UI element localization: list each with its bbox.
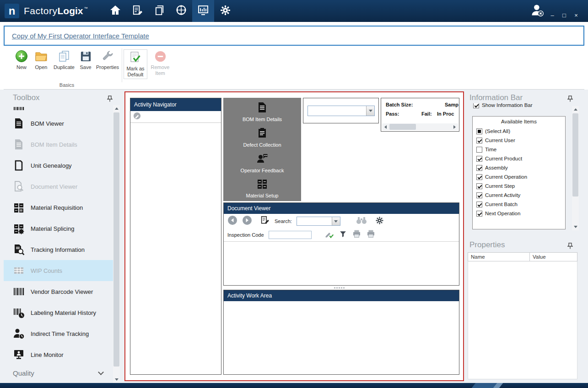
show-information-bar-row[interactable]: Show Information Bar	[472, 103, 566, 110]
current-batch-checkbox[interactable]	[476, 202, 482, 207]
dispatch-button[interactable]	[170, 0, 192, 22]
batches-button[interactable]	[148, 0, 170, 22]
activity-work-area-body[interactable]	[224, 301, 459, 374]
scroll-down-button[interactable]	[113, 376, 120, 383]
edit-icon[interactable]	[133, 112, 141, 122]
information-bar-scrollbar[interactable]	[572, 106, 579, 230]
scrollbar-thumb[interactable]	[389, 124, 416, 130]
batch-summary-panel[interactable]: Batch Size: Samp Pass: Fail: In Proc	[381, 98, 459, 132]
new-button[interactable]: New	[12, 49, 31, 70]
print-preview-icon[interactable]	[366, 229, 376, 240]
palette-item-material-setup[interactable]: Material Setup	[223, 178, 301, 198]
close-button[interactable]: ×	[571, 11, 581, 19]
show-information-bar-checkbox[interactable]	[473, 103, 479, 108]
inspection-code-input[interactable]	[269, 231, 312, 239]
toolbox-item-tracking-information[interactable]: Tracking Information	[4, 239, 113, 260]
toolbox-item-document-viewer[interactable]: Document Viewer	[4, 176, 113, 197]
checklist-item-current-product[interactable]: Current Product	[473, 154, 565, 163]
toolbox-item-line-monitor[interactable]: Line Monitor	[4, 344, 113, 365]
toolbox-category-quality[interactable]: Quality	[4, 366, 113, 380]
checklist-item-time[interactable]: Time	[473, 145, 565, 154]
scroll-up-button[interactable]	[113, 105, 120, 112]
forward-circle-icon[interactable]	[242, 215, 252, 227]
palette-item-bom-item-details[interactable]: BOM Item Details	[223, 101, 301, 122]
search-combobox-input[interactable]	[297, 217, 332, 225]
toolbox-item-unit-genealogy[interactable]: Unit Genealogy	[4, 155, 113, 176]
scroll-left-button[interactable]	[382, 123, 389, 130]
checklist-item-select-all[interactable]: (Select All)	[473, 127, 565, 136]
duplicate-button[interactable]: Duplicate	[51, 49, 77, 70]
palette-item-operator-feedback[interactable]: Operator Feedback	[223, 153, 301, 173]
activity-navigator-panel[interactable]: Activity Navigator	[130, 98, 221, 375]
dropdown-button[interactable]	[332, 217, 340, 225]
remove-item-button[interactable]: Remove Item	[149, 49, 171, 76]
select-all-checkbox[interactable]	[476, 128, 482, 134]
home-button[interactable]	[104, 0, 126, 22]
current-product-checkbox[interactable]	[476, 156, 482, 162]
search-combobox[interactable]	[297, 217, 340, 226]
checklist-item-current-operation[interactable]: Current Operation	[473, 172, 565, 181]
checklist-item-next-operation[interactable]: Next Operation	[473, 209, 565, 218]
user-account-button[interactable]	[526, 0, 548, 22]
information-bar-pin-icon[interactable]	[567, 96, 573, 104]
gear-icon[interactable]	[375, 216, 384, 227]
open-button[interactable]: Open	[31, 49, 51, 70]
current-operation-checkbox[interactable]	[476, 174, 482, 180]
assembly-checkbox[interactable]	[476, 165, 482, 171]
toolbox-scrollbar[interactable]	[113, 105, 120, 383]
sign-off-icon[interactable]	[324, 229, 334, 241]
document-viewer-panel[interactable]: Document Viewer Search: Inspection Code	[223, 202, 459, 286]
toolbox-partial-item[interactable]	[13, 107, 27, 112]
properties-grid-body[interactable]	[468, 261, 577, 379]
time-checkbox[interactable]	[476, 147, 482, 153]
maximize-button[interactable]: □	[559, 11, 569, 19]
current-activity-checkbox[interactable]	[476, 192, 482, 198]
document-viewer-body[interactable]	[224, 241, 459, 285]
scrollbar-thumb[interactable]	[113, 112, 119, 367]
activity-work-area-panel[interactable]: Activity Work Area	[223, 290, 459, 375]
palette-item-defect-collection[interactable]: Defect Collection	[223, 127, 301, 148]
back-circle-icon[interactable]	[227, 215, 237, 227]
save-button[interactable]: Save	[77, 49, 94, 70]
toolbox-item-labeling-material-history[interactable]: Labeling Material History	[4, 302, 113, 323]
splitter-handle[interactable]	[334, 287, 345, 289]
current-step-checkbox[interactable]	[476, 183, 482, 189]
mark-as-default-button[interactable]: Mark as Default	[124, 49, 147, 79]
work-instructions-button[interactable]	[126, 0, 148, 22]
toolbox-item-material-splicing[interactable]: Material Splicing	[4, 218, 113, 239]
print-icon[interactable]	[352, 229, 361, 240]
dropdown-button[interactable]	[366, 106, 374, 116]
properties-pin-icon[interactable]	[567, 243, 573, 251]
checklist-item-current-activity[interactable]: Current Activity	[473, 191, 565, 200]
template-combobox-input[interactable]	[308, 106, 366, 116]
template-combobox[interactable]	[307, 106, 375, 116]
checklist-item-current-batch[interactable]: Current Batch	[473, 200, 565, 209]
scroll-right-button[interactable]	[451, 123, 458, 130]
edit-document-icon[interactable]	[260, 216, 270, 227]
toolbox-item-bom-item-details[interactable]: BOM Item Details	[4, 134, 113, 155]
batch-panel-hscrollbar[interactable]	[382, 123, 458, 130]
toolbox-item-bom-viewer[interactable]: BOM Viewer	[4, 113, 113, 134]
checklist-item-assembly[interactable]: Assembly	[473, 163, 565, 172]
scroll-up-button[interactable]	[572, 106, 579, 113]
minimize-button[interactable]: –	[547, 11, 557, 19]
available-items-listbox[interactable]: Available Items (Select All) Current Use…	[472, 116, 566, 229]
activities-palette[interactable]: BOM Item Details Defect Collection Opera…	[223, 98, 301, 201]
next-operation-checkbox[interactable]	[476, 211, 482, 217]
filter-icon[interactable]	[339, 230, 347, 240]
toolbox-pin-icon[interactable]	[107, 96, 113, 104]
toolbox-item-vendor-barcode-viewer[interactable]: Vendor Barcode Viewer	[4, 281, 113, 302]
template-combo-panel[interactable]	[303, 98, 379, 123]
scroll-down-button[interactable]	[572, 223, 579, 230]
activity-navigator-body[interactable]	[130, 123, 221, 374]
toolbox-item-material-requisition[interactable]: Material Requisition	[4, 197, 113, 218]
properties-button[interactable]: Properties	[94, 49, 121, 70]
operator-interfaces-button[interactable]	[192, 0, 214, 22]
toolbox-item-indirect-time-tracking[interactable]: Indirect Time Tracking	[4, 323, 113, 344]
toolbox-item-wip-counts[interactable]: WIP Counts	[4, 260, 113, 281]
binoculars-icon[interactable]	[356, 216, 367, 226]
scrollbar-thumb[interactable]	[572, 113, 578, 197]
checklist-item-current-user[interactable]: Current User	[473, 136, 565, 145]
design-canvas[interactable]: Activity Navigator BOM Item Details Defe…	[124, 91, 464, 381]
current-user-checkbox[interactable]	[476, 138, 482, 144]
